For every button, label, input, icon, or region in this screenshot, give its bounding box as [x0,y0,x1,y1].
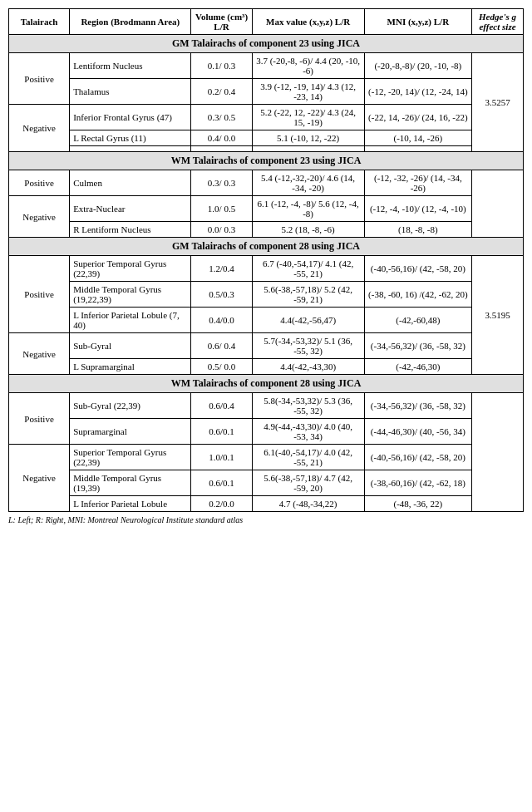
footer-note: L: Left; R: Right, MNI: Montreal Neurolo… [8,515,524,524]
table-row: NegativeInferior Frontal Gyrus (47)0.3/ … [9,105,524,130]
maxvalue-cell: 5.6(-38,-57,18)/ 5.2 (42, -59, 21) [252,282,364,308]
mni-cell: (-38, -60, 16) /(42, -62, 20) [364,282,471,308]
region-cell: Inferior Frontal Gyrus (47) [70,105,191,130]
maxvalue-cell: 4.4(-42,-43,30) [252,359,364,375]
region-cell: Culmen [70,170,191,196]
table-row: L Inferior Parietal Lobule0.2/0.04.7 (-4… [9,496,524,512]
hedge-value-cell: 3.5195 [472,256,524,375]
region-cell: Lentiform Nucleus [70,53,191,79]
talairach-cell: Positive [9,53,70,105]
maxvalue-cell: 3.7 (-20,-8, -6)/ 4.4 (20, -10, -6) [252,53,364,79]
maxvalue-cell: 4.9(-44,-43,30)/ 4.0 (40, -53, 34) [252,419,364,445]
region-cell: Middle Temporal Gyrus (19,22,39) [70,282,191,308]
volume-cell: 1.0/0.1 [191,445,252,470]
talairach-cell: Positive [9,170,70,196]
section-header-gm23: GM Talairachs of component 23 using JICA [9,35,524,53]
region-cell: Sub-Gyral (22,39) [70,393,191,419]
mni-cell: (-12, -20, 14)/ (12, -24, 14) [364,79,471,105]
volume-cell: 0.6/0.1 [191,470,252,496]
table-row: Middle Temporal Gyrus (19,39)0.6/0.15.6(… [9,470,524,496]
region-cell: L Supramarginal [70,359,191,375]
mni-cell: (-44,-46,30)/ (40, -56, 34) [364,419,471,445]
maxvalue-cell: 6.1 (-12, -4, -8)/ 5.6 (12, -4, -8) [252,196,364,222]
volume-cell: 0.4/0.0 [191,308,252,333]
table-row: Supramarginal0.6/0.14.9(-44,-43,30)/ 4.0… [9,419,524,445]
talairach-cell: Negative [9,105,70,152]
col-header-mni: MNI (x,y,z) L/R [364,9,471,35]
region-cell: Thalamus [70,79,191,105]
mni-cell: (-42,-60,48) [364,308,471,333]
volume-cell: 0.3/ 0.3 [191,170,252,196]
region-cell: Extra-Nuclear [70,196,191,222]
mni-cell: (18, -8, -8) [364,222,471,238]
mni-cell: (-10, 14, -26) [364,130,471,146]
volume-cell: 0.2/ 0.4 [191,79,252,105]
maxvalue-cell: 5.2 (18, -8, -6) [252,222,364,238]
talairach-cell: Positive [9,256,70,333]
table-row [9,146,524,152]
volume-cell: 0.1/ 0.3 [191,53,252,79]
region-cell [70,146,191,152]
volume-cell: 0.2/0.0 [191,496,252,512]
talairach-cell: Negative [9,445,70,512]
table-row: L Rectal Gyrus (11)0.4/ 0.05.1 (-10, 12,… [9,130,524,146]
maxvalue-cell: 6.7 (-40,-54,17)/ 4.1 (42, -55, 21) [252,256,364,282]
section-header-gm28: GM Talairachs of component 28 using JICA [9,238,524,256]
col-header-talairach: Talairach [9,9,70,35]
mni-cell: (-12, -32, -26)/ (14, -34, -26) [364,170,471,196]
maxvalue-cell: 5.7(-34,-53,32)/ 5.1 (36, -55, 32) [252,333,364,359]
volume-cell: 0.6/0.4 [191,393,252,419]
hedge-value-cell [472,393,524,512]
talairach-cell: Negative [9,196,70,238]
region-cell: L Rectal Gyrus (11) [70,130,191,146]
hedge-value-cell: 3.5257 [472,53,524,152]
table-row: NegativeSuperior Temporal Gyrus (22,39)1… [9,445,524,470]
maxvalue-cell: 4.4(-42,-56,47) [252,308,364,333]
mni-cell: (-34,-56,32)/ (36, -58, 32) [364,393,471,419]
maxvalue-cell: 5.2 (-22, 12, -22)/ 4.3 (24, 15, -19) [252,105,364,130]
talairach-cell: Negative [9,333,70,375]
volume-cell: 0.5/0.3 [191,282,252,308]
table-row: PositiveSuperior Temporal Gyrus (22,39)1… [9,256,524,282]
section-header-wm23: WM Talairachs of component 23 using JICA [9,152,524,170]
mni-cell: (-22, 14, -26)/ (24, 16, -22) [364,105,471,130]
table-row: L Inferior Parietal Lobule (7, 40)0.4/0.… [9,308,524,333]
mni-cell: (-42,-46,30) [364,359,471,375]
region-cell: L Inferior Parietal Lobule (7, 40) [70,308,191,333]
mni-cell: (-12, -4, -10)/ (12, -4, -10) [364,196,471,222]
maxvalue-cell [252,146,364,152]
mni-cell: (-40,-56,16)/ (42, -58, 20) [364,445,471,470]
table-row: L Supramarginal0.5/ 0.04.4(-42,-43,30)(-… [9,359,524,375]
col-header-volume: Volume (cm³) L/R [191,9,252,35]
mni-cell: (-20,-8,-8)/ (20, -10, -8) [364,53,471,79]
volume-cell: 0.6/0.1 [191,419,252,445]
maxvalue-cell: 5.8(-34,-53,32)/ 5.3 (36, -55, 32) [252,393,364,419]
region-cell: Middle Temporal Gyrus (19,39) [70,470,191,496]
main-table: Talairach Region (Brodmann Area) Volume … [8,8,524,512]
maxvalue-cell: 4.7 (-48,-34,22) [252,496,364,512]
col-header-hedge: Hedge's g effect size [472,9,524,35]
section-header-wm28: WM Talairachs of component 28 using JICA [9,375,524,393]
table-row: PositiveSub-Gyral (22,39)0.6/0.45.8(-34,… [9,393,524,419]
table-row: Middle Temporal Gyrus (19,22,39)0.5/0.35… [9,282,524,308]
maxvalue-cell: 6.1(-40,-54,17)/ 4.0 (42, -55, 21) [252,445,364,470]
mni-cell: (-40,-56,16)/ (42, -58, 20) [364,256,471,282]
table-row: R Lentiform Nucleus0.0/ 0.35.2 (18, -8, … [9,222,524,238]
region-cell: R Lentiform Nucleus [70,222,191,238]
maxvalue-cell: 3.9 (-12, -19, 14)/ 4.3 (12, -23, 14) [252,79,364,105]
table-row: NegativeExtra-Nuclear1.0/ 0.56.1 (-12, -… [9,196,524,222]
volume-cell: 0.0/ 0.3 [191,222,252,238]
volume-cell: 1.0/ 0.5 [191,196,252,222]
table-row: NegativeSub-Gyral0.6/ 0.45.7(-34,-53,32)… [9,333,524,359]
mni-cell: (-48, -36, 22) [364,496,471,512]
mni-cell: (-34,-56,32)/ (36, -58, 32) [364,333,471,359]
maxvalue-cell: 5.6(-38,-57,18)/ 4.7 (42, -59, 20) [252,470,364,496]
region-cell: Superior Temporal Gyrus (22,39) [70,445,191,470]
volume-cell [191,146,252,152]
maxvalue-cell: 5.1 (-10, 12, -22) [252,130,364,146]
region-cell: Supramarginal [70,419,191,445]
volume-cell: 0.5/ 0.0 [191,359,252,375]
table-row: Thalamus0.2/ 0.43.9 (-12, -19, 14)/ 4.3 … [9,79,524,105]
mni-cell: (-38,-60,16)/ (42, -62, 18) [364,470,471,496]
col-header-region: Region (Brodmann Area) [70,9,191,35]
